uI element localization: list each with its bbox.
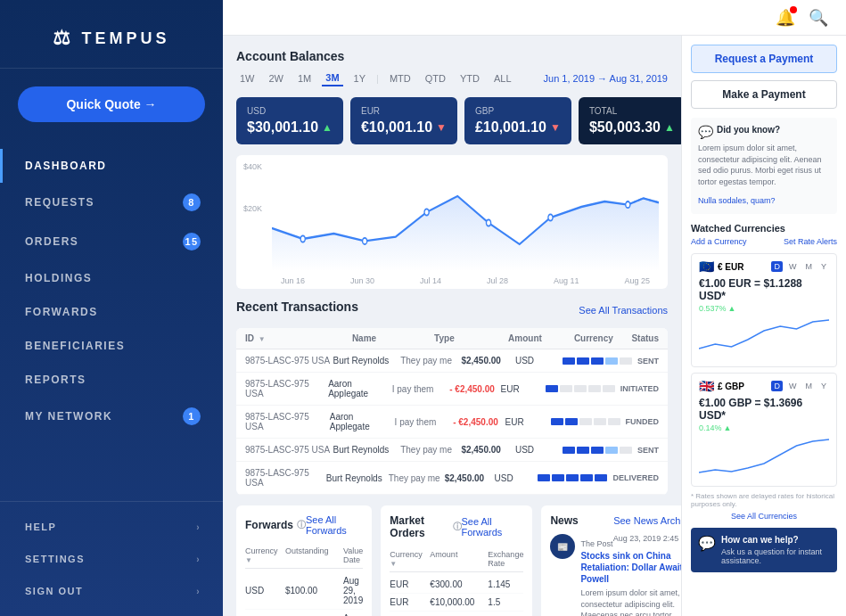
sidebar-item-sign-out[interactable]: SIGN OUT ›	[0, 575, 223, 607]
status-segment	[608, 418, 620, 425]
sidebar-item-forwards[interactable]: FORWARDS	[0, 295, 223, 329]
col-exchange-rate: Exchange Rate	[488, 550, 523, 568]
eur-card-header: 🇪🇺 € EUR D W M Y	[699, 259, 829, 274]
svg-point-4	[548, 214, 553, 220]
balance-card-gbp: GBP £10,001.10 ▼	[464, 97, 571, 144]
eur-rate: €1.00 EUR = $1.1288 USD*	[699, 277, 829, 302]
sidebar-item-label: REQUESTS	[25, 196, 94, 209]
search-icon[interactable]: 🔍	[809, 8, 828, 28]
logo-text: TEMPUS	[81, 29, 169, 48]
cell-id: 9875-LASC-975 USA	[245, 379, 328, 398]
eur-period-d[interactable]: D	[771, 261, 783, 272]
make-payment-button[interactable]: Make a Payment	[691, 80, 837, 109]
chart-y-max: $40K	[243, 162, 262, 171]
list-item: EUR €300.00 1.145	[390, 576, 523, 594]
gbp-period-d[interactable]: D	[771, 381, 783, 391]
cell-id: 9875-LASC-975 USA	[245, 468, 326, 488]
filter-1y[interactable]: 1Y	[350, 71, 369, 86]
x-label: Aug 11	[554, 276, 579, 285]
status-label: SENT	[637, 446, 659, 455]
filter-mtd[interactable]: MTD	[386, 71, 415, 86]
market-orders-header: Market Orders ⓘ See All Forwards	[390, 514, 523, 539]
col-value-date: Value Date	[343, 546, 363, 564]
currency-label: GBP	[475, 106, 561, 116]
eur-period-w[interactable]: W	[786, 261, 800, 272]
news-box: News See News Archive 📰 The Post Aug 23,…	[541, 505, 681, 616]
filter-1w[interactable]: 1W	[236, 71, 259, 86]
sidebar-item-label: ORDERS	[25, 235, 78, 248]
status-bar	[538, 474, 607, 481]
see-all-forwards-link[interactable]: See All Forwards	[306, 514, 363, 536]
eur-period-m[interactable]: M	[802, 261, 815, 272]
sidebar-item-beneficiaries[interactable]: BENEFICIARIES	[0, 329, 223, 363]
status-segment	[565, 418, 578, 425]
gbp-period-w[interactable]: W	[786, 381, 800, 391]
sidebar-item-label: REPORTS	[25, 374, 86, 386]
help-icon: 💬	[698, 535, 716, 552]
status-segment	[605, 357, 618, 365]
see-all-currencies-link[interactable]: See All Currencies	[691, 512, 837, 521]
status-segment	[605, 447, 618, 454]
x-label: Jun 16	[281, 276, 305, 285]
sidebar-item-requests[interactable]: REQUESTS 8	[0, 183, 223, 222]
cell-rate: 1.145	[488, 579, 523, 589]
see-news-archive-link[interactable]: See News Archive	[613, 515, 681, 526]
sidebar-item-settings[interactable]: SETTINGS ›	[0, 543, 223, 575]
eur-period-y[interactable]: Y	[818, 261, 829, 272]
svg-point-3	[486, 219, 490, 226]
cell-amount: €10,000.00	[430, 597, 488, 607]
status-segment	[620, 447, 632, 454]
date-range[interactable]: Jun 1, 2019 → Aug 31, 2019	[544, 73, 668, 84]
currency-label: EUR	[361, 106, 447, 116]
filter-qtd[interactable]: QTD	[422, 71, 449, 86]
see-all-transactions-link[interactable]: See All Transactions	[579, 305, 668, 316]
page-title: Account Balances	[236, 49, 668, 63]
filter-all[interactable]: ALL	[490, 71, 515, 86]
sidebar-item-orders[interactable]: ORDERS 15	[0, 222, 223, 261]
cell-amount: $2,450.00	[445, 473, 495, 483]
filter-ytd[interactable]: YTD	[456, 71, 483, 86]
request-payment-button[interactable]: Request a Payment	[691, 45, 837, 73]
news-body: Lorem ipsum dolor sit amet, consectetur …	[580, 587, 681, 616]
time-filters: 1W 2W 1M 3M 1Y | MTD QTD YTD ALL Jun 1, …	[236, 70, 668, 86]
sidebar-item-help[interactable]: HELP ›	[0, 511, 223, 543]
x-label: Jul 28	[487, 276, 508, 285]
col-id: ID ▼	[245, 333, 352, 343]
set-rate-alerts-link[interactable]: Set Rate Alerts	[784, 237, 837, 246]
chevron-right-icon: ›	[196, 554, 201, 564]
balance-card-eur: EUR €10,001.10 ▼	[350, 97, 457, 144]
filter-1m[interactable]: 1M	[294, 71, 315, 86]
cell-outstanding: $100.00	[285, 586, 343, 595]
status-segment	[591, 447, 604, 454]
down-arrow-icon: ▼	[550, 121, 561, 134]
status-segment	[551, 418, 563, 425]
sidebar-item-holdings[interactable]: HOLDINGS	[0, 261, 223, 295]
info-icon: ⓘ	[297, 519, 306, 531]
gbp-period-m[interactable]: M	[802, 381, 815, 391]
filter-2w[interactable]: 2W	[266, 71, 288, 86]
sidebar-item-dashboard[interactable]: DASHBOARD	[0, 149, 223, 183]
sidebar-item-label: BENEFICIARIES	[25, 340, 125, 352]
my-network-badge: 1	[183, 407, 201, 425]
gbp-period-y[interactable]: Y	[818, 381, 829, 391]
col-type: Type	[434, 333, 508, 343]
list-item: USD $100.00 Aug 29, 2019	[245, 610, 363, 616]
filter-separator: |	[376, 73, 379, 84]
sort-icon: ▼	[259, 335, 266, 343]
add-currency-link[interactable]: Add a Currency	[691, 237, 747, 246]
table-row: 9875-LASC-975 USA Aaron Applegate I pay …	[236, 373, 668, 406]
filter-3m[interactable]: 3M	[322, 70, 342, 86]
currency-label: TOTAL	[589, 106, 675, 116]
transactions-table: ID ▼ Name Type Amount Currency Status 98…	[236, 328, 668, 495]
dyk-link[interactable]: Nulla sodales, quam?	[698, 196, 776, 205]
news-meta: The Post Aug 23, 2019 2:45 PM	[580, 534, 681, 550]
chart-svg	[272, 164, 659, 271]
quick-quote-button[interactable]: Quick Quote →	[18, 86, 205, 122]
sidebar-item-label: HELP	[25, 522, 56, 532]
see-all-market-orders-link[interactable]: See All Forwards	[462, 516, 524, 538]
sidebar-item-reports[interactable]: REPORTS	[0, 363, 223, 397]
sidebar-item-label: SIGN OUT	[25, 586, 83, 596]
sidebar-item-my-network[interactable]: MY NETWORK 1	[0, 397, 223, 436]
news-headline[interactable]: Stocks sink on China Retaliation: Dollar…	[580, 550, 681, 585]
notification-icon[interactable]: 🔔	[776, 8, 795, 28]
